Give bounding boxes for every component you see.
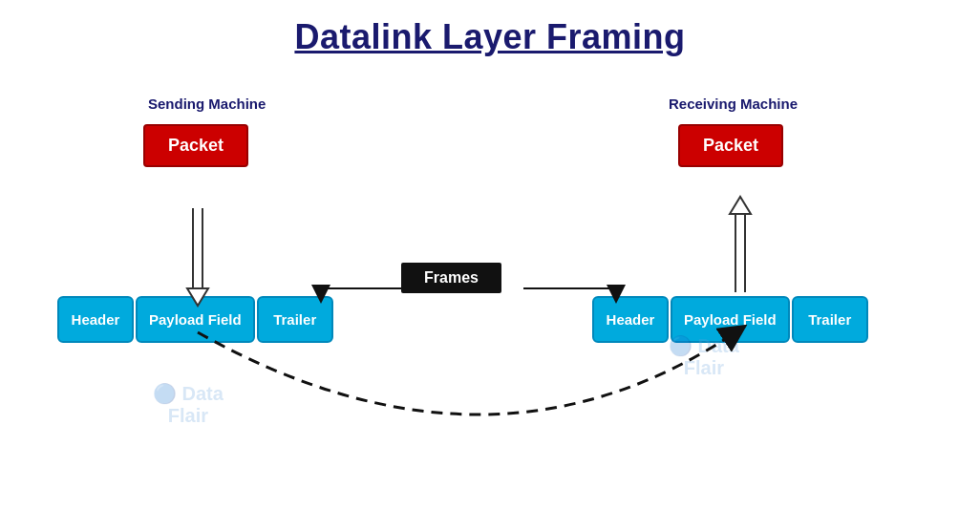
svg-marker-13 <box>730 197 751 214</box>
sending-machine-label: Sending Machine <box>148 96 266 112</box>
frames-label-box: Frames <box>401 263 501 293</box>
watermark-left: 🔵 DataFlair <box>153 382 224 427</box>
right-frame-row: Header Payload Field Trailer <box>592 296 868 343</box>
sending-packet: Packet <box>143 124 248 167</box>
left-payload-box: Payload Field <box>136 296 255 343</box>
receiving-packet: Packet <box>678 124 783 167</box>
right-header-box: Header <box>592 296 669 343</box>
left-trailer-box: Trailer <box>257 296 333 343</box>
receiving-machine-label: Receiving Machine <box>669 96 798 112</box>
page-title: Datalink Layer Framing <box>0 0 980 57</box>
left-header-box: Header <box>57 296 134 343</box>
right-payload-box: Payload Field <box>671 296 790 343</box>
right-trailer-box: Trailer <box>792 296 868 343</box>
left-frame-row: Header Payload Field Trailer <box>57 296 333 343</box>
